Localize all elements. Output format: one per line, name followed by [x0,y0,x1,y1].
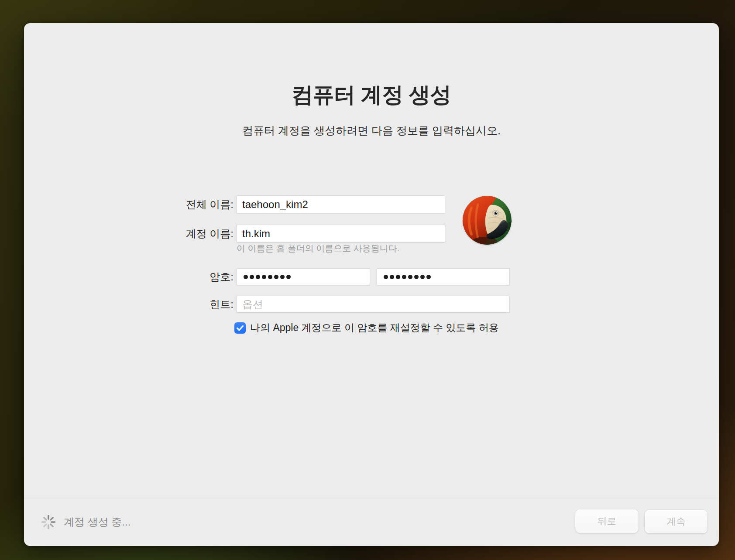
desktop-background: 컴퓨터 계정 생성 컴퓨터 계정을 생성하려면 다음 정보를 입력하십시오. 전… [0,0,735,560]
page-title: 컴퓨터 계정 생성 [24,81,719,109]
status-row: 계정 생성 중... [41,515,131,529]
allow-reset-label: 나의 Apple 계정으로 이 암호를 재설정할 수 있도록 허용 [250,321,499,335]
progress-spinner-icon [41,515,56,529]
back-button[interactable]: 뒤로 [575,509,639,533]
page-subtitle: 컴퓨터 계정을 생성하려면 다음 정보를 입력하십시오. [24,123,719,138]
account-name-input[interactable] [237,225,445,242]
full-name-label: 전체 이름: [103,195,234,213]
continue-button[interactable]: 계속 [645,510,708,533]
account-avatar[interactable] [463,196,512,245]
footer-divider [24,496,719,496]
setup-assistant-window: 컴퓨터 계정 생성 컴퓨터 계정을 생성하려면 다음 정보를 입력하십시오. 전… [24,23,719,546]
password-label: 암호: [103,268,234,285]
reset-password-checkbox[interactable] [234,322,246,334]
hint-input[interactable] [237,296,510,313]
account-name-label: 계정 이름: [103,225,234,242]
full-name-input[interactable] [237,195,445,213]
parrot-avatar-image [463,196,512,245]
check-icon [234,322,246,334]
account-name-help-text: 이 이름은 홈 폴더의 이름으로 사용됩니다. [237,242,399,254]
hint-label: 힌트: [103,296,234,313]
password-confirm-input[interactable] [377,268,510,285]
password-input[interactable] [237,268,370,285]
status-text: 계정 생성 중... [64,515,131,529]
allow-reset-row: 나의 Apple 계정으로 이 암호를 재설정할 수 있도록 허용 [234,321,499,335]
